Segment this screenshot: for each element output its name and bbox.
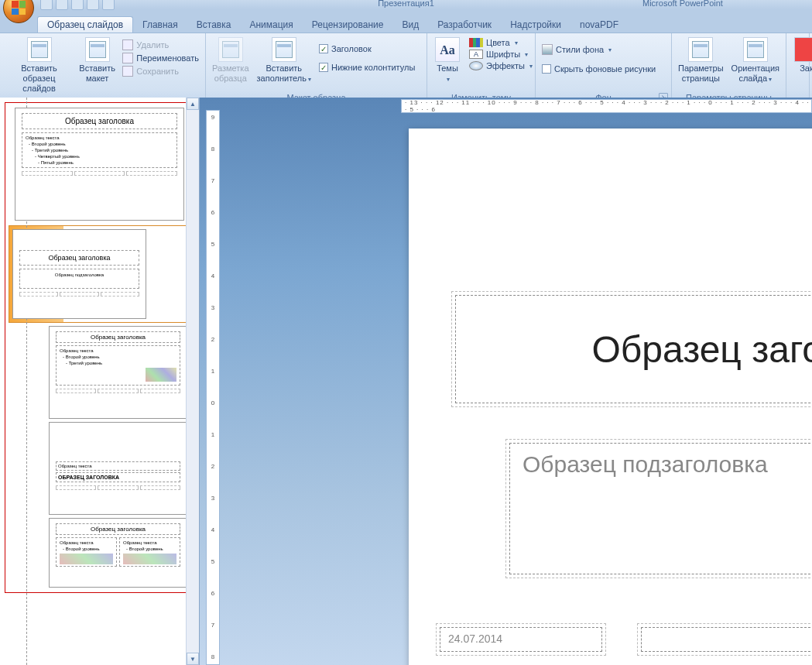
orientation-icon: [743, 37, 768, 62]
slide-thumbnails-panel: Образец заголовка Образец текста Второй …: [0, 98, 200, 665]
preserve-icon: [122, 66, 133, 77]
thumb-body-right: Образец текстаВторой уровень: [119, 537, 180, 567]
insert-slide-master-button[interactable]: Вставить образец слайдов: [3, 36, 75, 95]
scroll-up-icon[interactable]: ▲: [187, 98, 199, 110]
slide-editor: · 13 · · · 12 · · · 11 · · · 10 · · · 9 …: [200, 98, 812, 665]
background-styles-button[interactable]: Стили фона▾: [539, 43, 659, 56]
fonts-icon: A: [469, 50, 483, 59]
placeholder-title[interactable]: Образец заголовка: [455, 295, 812, 403]
quick-access-toolbar: [37, 0, 115, 10]
colors-button[interactable]: Цвета▾: [466, 37, 536, 48]
qat-save-icon[interactable]: [40, 0, 53, 10]
thumb-subtitle: Образец текста: [56, 461, 180, 471]
page-setup-icon: [688, 37, 713, 62]
thumb-layout-3[interactable]: Образец текста ОБРАЗЕЦ ЗАГОЛОВКА: [49, 422, 187, 515]
quick-access-row: [0, 0, 115, 23]
thumb-body: Образец текста Второй уровень Третий уро…: [22, 132, 177, 168]
close-master-button[interactable]: Зак: [790, 36, 812, 75]
themes-icon: Aa: [435, 37, 460, 62]
thumb-title: Образец заголовка: [22, 113, 177, 129]
bg-styles-icon: [542, 44, 553, 55]
insert-placeholder-button[interactable]: Вставить заполнитель▾: [254, 36, 314, 86]
group-master-layout: Разметка образца Вставить заполнитель▾ ✓…: [206, 33, 427, 105]
thumb-layout-4[interactable]: Образец заголовка Образец текстаВторой у…: [49, 518, 187, 588]
tab-view[interactable]: Вид: [392, 17, 428, 33]
delete-button: Удалить: [119, 39, 202, 51]
ribbon-tabs: Образец слайдов Главная Вставка Анимация…: [37, 15, 812, 33]
thumb-title: Образец заголовка: [56, 523, 180, 535]
fonts-button[interactable]: AШрифты▾: [466, 49, 536, 60]
colors-icon: [469, 38, 483, 47]
qat-more-icon[interactable]: [102, 0, 115, 10]
placeholder-icon: [272, 37, 296, 62]
effects-button[interactable]: Эффекты▾: [466, 60, 536, 71]
footers-checkbox[interactable]: ✓Нижние колонтитулы: [316, 62, 418, 73]
office-button[interactable]: [3, 0, 34, 23]
slide-master-icon: [27, 37, 52, 62]
app-name: Microsoft PowerPoint: [642, 0, 723, 8]
document-title: Презентация1: [378, 0, 434, 8]
checkbox-icon: [542, 64, 551, 74]
group-page-setup: Параметры страницы Ориентация слайда▾ Па…: [672, 33, 786, 105]
thumb-layout-2[interactable]: Образец заголовка Образец текста Второй …: [49, 326, 187, 419]
thumb-title: Образец заголовка: [56, 331, 180, 343]
qat-print-icon[interactable]: [87, 0, 99, 10]
tab-home[interactable]: Главная: [133, 17, 187, 33]
delete-icon: [122, 39, 133, 50]
tab-review[interactable]: Рецензирование: [303, 17, 393, 33]
qat-undo-icon[interactable]: [56, 0, 68, 10]
qat-redo-icon[interactable]: [71, 0, 84, 10]
title-bar: Презентация1 Microsoft PowerPoint: [0, 0, 812, 9]
thumb-subtitle: Образец подзаголовка: [19, 269, 139, 289]
content-icons: [146, 368, 176, 382]
tab-developer[interactable]: Разработчик: [428, 17, 501, 33]
thumb-master[interactable]: Образец заголовка Образец текста Второй …: [15, 108, 184, 221]
panel-scrollbar[interactable]: ▲ ▼: [186, 98, 199, 665]
scroll-down-icon[interactable]: ▼: [187, 653, 199, 665]
thumb-title: ОБРАЗЕЦ ЗАГОЛОВКА: [56, 472, 180, 482]
ruler-horizontal: · 13 · · · 12 · · · 11 · · · 10 · · · 9 …: [401, 99, 812, 113]
placeholder-footer[interactable]: Верхний колонтитул: [641, 627, 812, 652]
tab-animation[interactable]: Анимация: [240, 17, 302, 33]
thumb-title: Образец заголовка: [19, 250, 139, 266]
page-setup-button[interactable]: Параметры страницы: [675, 36, 727, 85]
hide-bg-checkbox[interactable]: Скрыть фоновые рисунки: [539, 63, 659, 74]
orientation-button[interactable]: Ориентация слайда▾: [728, 36, 783, 86]
layout-icon: [85, 37, 110, 62]
workspace: Образец заголовка Образец текста Второй …: [0, 98, 812, 665]
checkbox-checked-icon: ✓: [319, 44, 328, 53]
preserve-button: Сохранить: [119, 65, 202, 77]
placeholder-subtitle[interactable]: Образец подзаголовка: [509, 443, 812, 574]
master-group-outline: Образец заголовка Образец текста Второй …: [5, 102, 194, 593]
ruler-vertical: 9876543210123456789: [206, 110, 220, 665]
insert-layout-button[interactable]: Вставить макет: [77, 36, 118, 85]
tab-novapdf[interactable]: novaPDF: [570, 17, 628, 33]
close-icon: [794, 37, 812, 62]
slide-canvas[interactable]: Образец заголовка Образец подзаголовка 2…: [409, 129, 812, 665]
thumb-body: Образец текста Второй уровеньТретий уров…: [56, 345, 180, 386]
checkbox-checked-icon: ✓: [319, 63, 328, 72]
group-background: Стили фона▾ Скрыть фоновые рисунки Фон↘: [536, 33, 672, 105]
themes-button[interactable]: Aa Темы▾: [430, 36, 464, 86]
tab-addins[interactable]: Надстройки: [501, 17, 570, 33]
master-layout-button: Разметка образца: [209, 36, 252, 85]
group-edit-master: Вставить образец слайдов Вставить макет …: [0, 33, 206, 105]
thumb-layout-1-selected[interactable]: Образец заголовка Образец подзаголовка: [9, 225, 190, 323]
group-edit-theme: Aa Темы▾ Цвета▾ AШрифты▾ Эффекты▾ Измени…: [427, 33, 536, 105]
master-layout-icon: [218, 37, 243, 62]
rename-button[interactable]: Переименовать: [119, 52, 202, 64]
tab-insert[interactable]: Вставка: [187, 17, 241, 33]
group-close: Зак: [786, 33, 810, 105]
rename-icon: [122, 53, 133, 63]
effects-icon: [469, 61, 483, 70]
ribbon: Вставить образец слайдов Вставить макет …: [0, 33, 812, 105]
title-checkbox[interactable]: ✓Заголовок: [316, 43, 418, 54]
placeholder-date[interactable]: 24.07.2014: [440, 627, 602, 652]
thumb-body-left: Образец текстаВторой уровень: [56, 537, 117, 567]
